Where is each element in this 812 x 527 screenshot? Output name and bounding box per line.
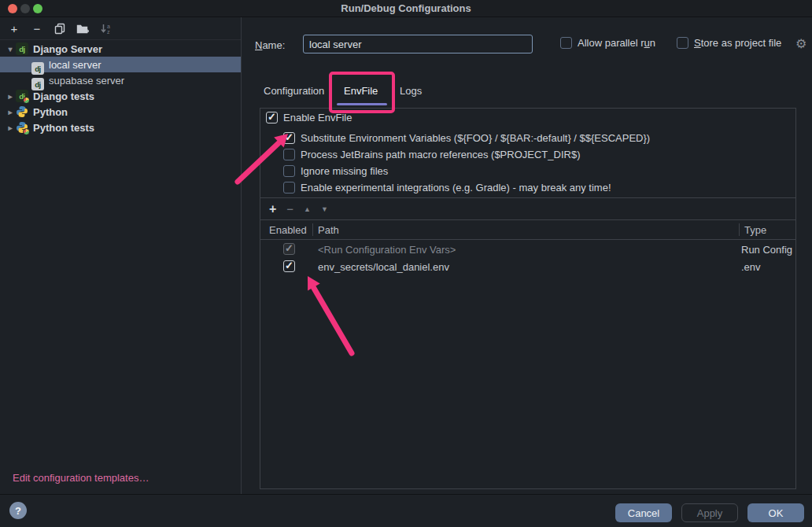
copy-configuration-icon[interactable] [54,22,66,35]
row-enabled-checkbox[interactable] [283,260,295,272]
experimental-integrations-checkbox[interactable] [283,182,295,193]
name-input[interactable] [303,35,533,53]
chevron-right-icon[interactable]: ▸ [5,108,16,116]
name-label: Name: [255,39,285,51]
tree-item-label: Python tests [33,122,94,134]
django-icon: dj [31,74,44,87]
column-header-type[interactable]: Type [744,224,766,236]
divider [260,239,795,240]
ok-button[interactable]: OK [747,503,804,522]
env-file-path[interactable]: <Run Configuration Env Vars> [318,244,456,256]
add-env-file-icon[interactable]: + [269,202,276,216]
cancel-button[interactable]: Cancel [615,503,672,522]
enable-envfile-checkbox[interactable] [266,112,278,123]
tree-item-python[interactable]: ▸ Python [0,104,241,120]
env-file-path[interactable]: env_secrets/local_daniel.env [318,261,449,273]
substitute-env-vars-checkbox[interactable] [283,132,295,144]
tab-logs[interactable]: Logs [400,85,422,97]
dialog-title: Run/Debug Configurations [0,0,812,17]
env-files-table-toolbar: + − ▲ ▼ [260,198,795,219]
row-enabled-checkbox [283,243,295,255]
tab-envfile[interactable]: EnvFile [344,85,378,97]
tab-configuration[interactable]: Configuration [264,85,324,97]
ignore-missing-files-label: Ignore missing files [301,165,388,177]
tree-item-label: Django tests [33,90,94,102]
chevron-down-icon[interactable]: ▾ [5,45,16,53]
enable-envfile-option: Enable EnvFile [266,112,352,123]
chevron-right-icon[interactable]: ▸ [5,92,16,101]
env-file-type: .env [741,261,761,273]
svg-text:a: a [107,23,110,28]
experimental-integrations-label: Enable experimental integrations (e.g. G… [301,182,611,193]
column-separator [312,223,313,236]
dialog-footer: ? Cancel Apply OK [0,494,812,527]
django-icon: dj [16,42,28,55]
tree-item-label: Django Server [33,43,102,55]
column-header-enabled[interactable]: Enabled [269,224,307,236]
allow-parallel-run-option: Allow parallel run [560,37,655,49]
substitute-env-vars-option: Substitute Environment Variables (${FOO}… [283,132,650,144]
column-separator [739,223,740,236]
configurations-tree: ▾ dj Django Server dj local server dj su… [0,40,241,135]
tree-item-supabase-server[interactable]: dj supabase server [0,72,241,88]
move-down-icon[interactable]: ▼ [321,205,328,213]
svg-text:z: z [107,28,110,34]
process-path-macro-checkbox[interactable] [283,149,295,160]
tree-item-django-tests[interactable]: ▸ dj Django tests [0,88,241,104]
help-button[interactable]: ? [9,502,27,519]
divider [260,219,795,220]
envfile-tab-panel: Enable EnvFile Substitute Environment Va… [260,108,796,489]
apply-button[interactable]: Apply [681,503,738,522]
allow-parallel-run-label: Allow parallel run [578,37,655,49]
run-debug-configurations-dialog: Run/Debug Configurations + − [0,0,812,527]
selected-tab-underline [337,103,387,105]
store-as-project-file-checkbox[interactable] [677,37,688,49]
python-icon [16,105,28,118]
experimental-integrations-option: Enable experimental integrations (e.g. G… [283,182,611,193]
chevron-right-icon[interactable]: ▸ [5,123,16,132]
tree-item-label: Python [33,106,68,118]
django-tests-icon: dj [16,90,28,102]
tree-item-django-server[interactable]: ▾ dj Django Server [0,41,241,57]
gear-icon[interactable]: ⚙ [795,36,806,51]
process-path-macro-option: Process JetBrains path macro references … [283,149,580,160]
enable-envfile-label: Enable EnvFile [283,112,352,123]
ignore-missing-files-checkbox[interactable] [283,165,295,177]
configurations-sidebar: + − a z [0,17,242,494]
remove-env-file-icon[interactable]: − [286,202,293,216]
process-path-macro-label: Process JetBrains path macro references … [301,149,580,160]
edit-configuration-templates-link[interactable]: Edit configuration templates… [13,472,149,484]
python-tests-icon [16,121,28,134]
tests-pie-icon [23,128,30,135]
sidebar-toolbar: + − a z [0,17,241,40]
tree-item-local-server[interactable]: dj local server [0,57,241,72]
add-configuration-icon[interactable]: + [8,22,20,35]
allow-parallel-run-checkbox[interactable] [560,37,572,49]
substitute-env-vars-label: Substitute Environment Variables (${FOO}… [301,132,650,144]
store-as-project-file-option: Store as project file [677,37,781,49]
new-folder-icon[interactable] [76,22,89,35]
env-file-type: Run Config [741,244,792,256]
tree-item-python-tests[interactable]: ▸ Python tests [0,120,241,135]
store-as-project-file-label: Store as project file [694,37,781,49]
ignore-missing-files-option: Ignore missing files [283,165,388,177]
sort-alphabetically-icon[interactable]: a z [99,22,112,35]
django-icon: dj [31,58,44,71]
remove-configuration-icon[interactable]: − [31,22,43,35]
column-header-path[interactable]: Path [318,224,339,236]
tests-pie-icon [23,97,30,104]
move-up-icon[interactable]: ▲ [304,205,311,213]
title-bar: Run/Debug Configurations [0,0,812,17]
tree-item-label: local server [49,59,101,71]
tree-item-label: supabase server [49,75,124,87]
